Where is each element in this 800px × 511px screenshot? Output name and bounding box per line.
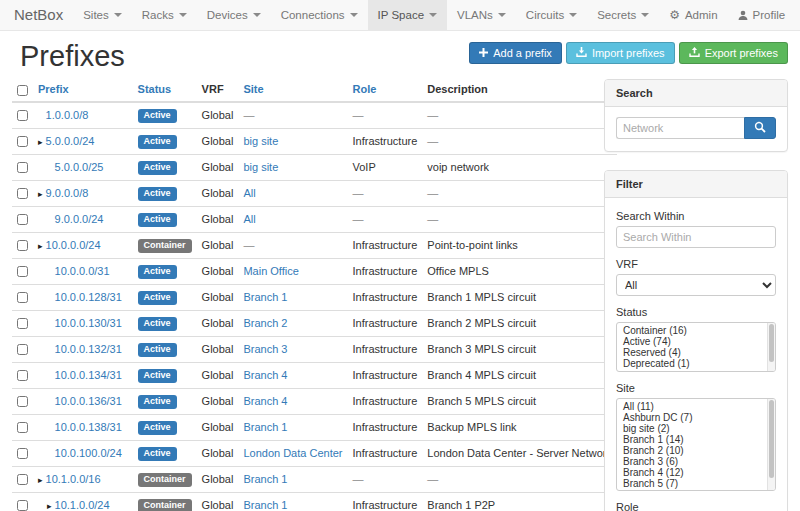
nav-item-secrets[interactable]: Secrets [587,0,659,30]
nav-item-profile[interactable]: Profile [728,0,796,30]
prefix-link[interactable]: 10.1.0.0/16 [46,473,101,485]
import-prefixes-button[interactable]: Import prefixes [566,42,675,64]
row-checkbox[interactable] [17,448,28,459]
listbox-option[interactable]: Branch 1 (14) [617,434,775,445]
prefix-link[interactable]: 1.0.0.0/8 [46,109,89,121]
prefix-link[interactable]: 5.0.0.0/24 [46,135,95,147]
listbox-option[interactable]: Branch 5 (7) [617,478,775,489]
scrollbar-thumb[interactable] [769,400,774,478]
add-prefix-button[interactable]: Add a prefix [469,42,562,64]
site-link[interactable]: Branch 1 [243,473,287,485]
row-checkbox[interactable] [17,110,28,121]
expand-caret-icon: ▸ [38,189,43,199]
site-link[interactable]: Branch 1 [243,421,287,433]
nav-item-label: Admin [685,0,718,30]
site-link[interactable]: All [243,187,255,199]
status-badge: Active [138,213,177,227]
prefix-link[interactable]: 10.0.0.138/31 [55,421,122,433]
prefix-link[interactable]: 10.0.0.130/31 [55,317,122,329]
nav-item-devices[interactable]: Devices [197,0,271,30]
site-link[interactable]: Branch 1 [243,499,287,511]
row-checkbox[interactable] [17,188,28,199]
page-title: Prefixes [20,40,125,73]
brand-logo[interactable]: NetBox [14,0,63,30]
row-checkbox[interactable] [17,318,28,329]
listbox-option[interactable]: COLO-1-24 (9) [617,489,775,491]
site-link[interactable]: big site [243,135,278,147]
row-checkbox[interactable] [17,240,28,251]
scrollbar-thumb[interactable] [769,324,774,362]
row-checkbox[interactable] [17,474,28,485]
listbox-option[interactable]: Branch 3 (6) [617,456,775,467]
prefix-link[interactable]: 10.0.0.0/31 [55,265,110,277]
row-checkbox[interactable] [17,162,28,173]
prefix-link[interactable]: 10.0.0.132/31 [55,343,122,355]
site-link[interactable]: Branch 4 [243,369,287,381]
prefix-link[interactable]: 10.0.0.128/31 [55,291,122,303]
prefix-link[interactable]: 9.0.0.0/8 [46,187,89,199]
prefix-link[interactable]: 10.1.0.0/24 [55,499,110,511]
site-link[interactable]: Branch 4 [243,395,287,407]
status-listbox[interactable]: Container (16)Active (74)Reserved (4)Dep… [616,322,776,372]
row-checkbox[interactable] [17,370,28,381]
search-button[interactable] [744,117,776,139]
column-header-status[interactable]: Status [133,79,197,102]
prefix-link[interactable]: 9.0.0.0/24 [55,213,104,225]
row-checkbox[interactable] [17,266,28,277]
prefix-link[interactable]: 5.0.0.0/25 [55,161,104,173]
site-link[interactable]: big site [243,161,278,173]
site-link[interactable]: London Data Center [243,447,342,459]
export-prefixes-button[interactable]: Export prefixes [679,42,788,64]
column-header-site[interactable]: Site [238,79,347,102]
scrollbar[interactable] [767,323,775,371]
listbox-option[interactable]: All (11) [617,401,775,412]
listbox-option[interactable]: Active (74) [617,336,775,347]
nav-item-racks[interactable]: Racks [132,0,197,30]
row-checkbox[interactable] [17,422,28,433]
row-checkbox[interactable] [17,344,28,355]
row-checkbox[interactable] [17,214,28,225]
prefix-link[interactable]: 10.0.0.136/31 [55,395,122,407]
prefix-link[interactable]: 10.0.100.0/24 [55,447,122,459]
table-row: ▸10.1.0.0/16ContainerGlobalBranch 1—— [12,466,617,492]
listbox-option[interactable]: big site (2) [617,423,775,434]
column-header-role[interactable]: Role [347,79,422,102]
nav-item-logout[interactable]: Log out [795,0,800,30]
listbox-option[interactable]: Container (16) [617,325,775,336]
nav-item-label: Devices [207,0,248,30]
prefix-link[interactable]: 10.0.0.0/24 [46,239,101,251]
table-row: ▸10.0.0.130/31ActiveGlobalBranch 2Infras… [12,310,617,336]
search-input[interactable] [616,117,744,139]
listbox-option[interactable]: Ashburn DC (7) [617,412,775,423]
nav-item-ip-space[interactable]: IP Space [368,0,447,30]
nav-item-connections[interactable]: Connections [271,0,368,30]
search-within-input[interactable] [616,226,776,248]
site-listbox[interactable]: All (11)Ashburn DC (7)big site (2)Branch… [616,398,776,491]
scrollbar[interactable] [767,399,775,490]
row-checkbox[interactable] [17,500,28,511]
search-panel: Search [604,79,788,152]
listbox-option[interactable]: Reserved (4) [617,347,775,358]
site-link[interactable]: Branch 1 [243,291,287,303]
row-checkbox[interactable] [17,136,28,147]
row-checkbox[interactable] [17,396,28,407]
chevron-down-icon [429,13,437,17]
expand-caret-icon: ▸ [38,241,43,251]
select-all-checkbox[interactable] [17,85,28,96]
site-link[interactable]: Branch 2 [243,317,287,329]
listbox-option[interactable]: Deprecated (1) [617,358,775,369]
description-value: Branch 2 MPLS circuit [427,317,536,329]
nav-item-circuits[interactable]: Circuits [516,0,587,30]
listbox-option[interactable]: Branch 2 (10) [617,445,775,456]
nav-item-sites[interactable]: Sites [73,0,132,30]
site-link[interactable]: Branch 3 [243,343,287,355]
row-checkbox[interactable] [17,292,28,303]
prefix-link[interactable]: 10.0.0.134/31 [55,369,122,381]
vrf-select[interactable]: All [616,274,776,296]
site-link[interactable]: All [243,213,255,225]
column-header-prefix[interactable]: Prefix [33,79,133,102]
nav-item-admin[interactable]: ⚙ Admin [659,0,727,30]
listbox-option[interactable]: Branch 4 (12) [617,467,775,478]
nav-item-vlans[interactable]: VLANs [447,0,516,30]
site-link[interactable]: Main Office [243,265,298,277]
